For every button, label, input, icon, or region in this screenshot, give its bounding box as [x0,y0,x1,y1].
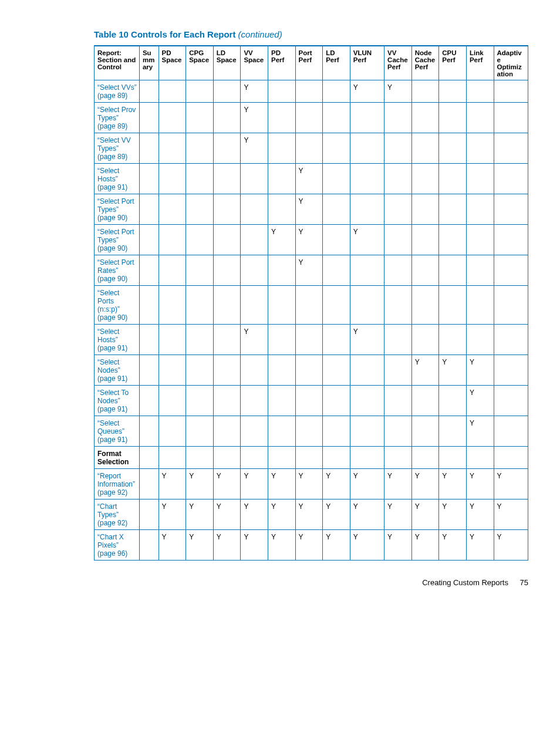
table-cell: Y [241,530,268,561]
column-header: Port Perf [295,46,323,80]
table-cell [466,325,494,355]
table-cell [494,447,528,469]
table-cell [323,133,350,164]
table-cell [411,255,439,286]
table-cell [186,133,214,164]
table-cell [494,103,528,133]
row-label: “Select Ports (n:s:p)” (page 90) [95,286,140,325]
footer-page-number: 75 [520,578,528,587]
table-cell [494,325,528,355]
table-cell [139,80,158,103]
table-cell: Y [439,499,467,530]
table-cell [186,80,214,103]
table-cell [295,447,323,469]
table-cell [241,386,268,416]
row-label: “Select Nodes” (page 91) [95,355,140,386]
table-cell: Y [213,499,241,530]
table-cell [323,80,350,103]
table-cell [158,80,186,103]
table-cell [350,255,384,286]
table-cell [241,194,268,225]
table-cell [158,164,186,194]
table-title: Table 10 Controls for Each Report (conti… [94,29,528,39]
column-header: PD Space [158,46,186,80]
column-header: LD Perf [323,46,350,80]
table-cell [323,447,350,469]
table-cell [411,133,439,164]
table-cell [323,103,350,133]
table-cell: Y [295,469,323,499]
row-label: “Select VVs” (page 89) [95,80,140,103]
table-cell [323,325,350,355]
table-cell [213,133,241,164]
table-cell [268,386,295,416]
table-cell [384,355,412,386]
row-label: “Select To Nodes” (page 91) [95,386,140,416]
table-cell [466,164,494,194]
table-cell [411,325,439,355]
table-cell [139,225,158,255]
table-cell [411,225,439,255]
table-cell [350,447,384,469]
table-cell [494,133,528,164]
table-cell: Y [295,499,323,530]
table-cell: Y [241,133,268,164]
table-cell [350,386,384,416]
row-label: “Select VV Types” (page 89) [95,133,140,164]
table-title-continued: (continued) [238,29,282,39]
table-cell [139,103,158,133]
table-header-row: Report: Section and ControlSummaryPD Spa… [95,46,528,80]
table-cell [384,416,412,447]
table-cell [494,80,528,103]
table-cell [411,164,439,194]
table-cell [268,325,295,355]
table-cell [139,255,158,286]
table-body: “Select VVs” (page 89)YYY“Select Prov Ty… [95,80,528,561]
table-cell: Y [268,499,295,530]
table-cell: Y [268,530,295,561]
table-cell [139,469,158,499]
table-cell [158,133,186,164]
table-cell: Y [466,416,494,447]
table-cell [384,194,412,225]
table-cell [268,194,295,225]
table-cell [350,133,384,164]
table-cell [213,255,241,286]
table-cell [411,80,439,103]
table-cell: Y [158,530,186,561]
table-cell [350,164,384,194]
table-cell: Y [350,469,384,499]
table-cell [158,325,186,355]
table-cell: Y [439,469,467,499]
table-cell [158,194,186,225]
row-label: “Select Hosts” (page 91) [95,164,140,194]
table-cell [139,447,158,469]
row-label: “Select Port Types” (page 90) [95,194,140,225]
table-row: “Select Hosts” (page 91)Y [95,164,528,194]
table-cell [139,416,158,447]
row-label: “Select Port Types” (page 90) [95,225,140,255]
table-cell [295,325,323,355]
row-label: “Select Hosts” (page 91) [95,325,140,355]
page-footer: Creating Custom Reports 75 [94,561,528,587]
row-label: “Chart X Pixels” (page 96) [95,530,140,561]
table-cell [158,416,186,447]
table-cell [494,286,528,325]
table-cell [139,286,158,325]
table-cell [213,416,241,447]
table-cell: Y [411,469,439,499]
table-cell [439,447,467,469]
table-cell [323,416,350,447]
table-row: “Select Nodes” (page 91)YYY [95,355,528,386]
table-cell: Y [323,530,350,561]
table-cell: Y [268,225,295,255]
table-row: “Select Hosts” (page 91)YY [95,325,528,355]
column-header: PD Perf [268,46,295,80]
table-cell [350,103,384,133]
table-cell: Y [494,469,528,499]
table-cell: Y [466,469,494,499]
table-cell [139,530,158,561]
table-cell: Y [295,255,323,286]
table-cell [139,325,158,355]
table-cell [213,194,241,225]
